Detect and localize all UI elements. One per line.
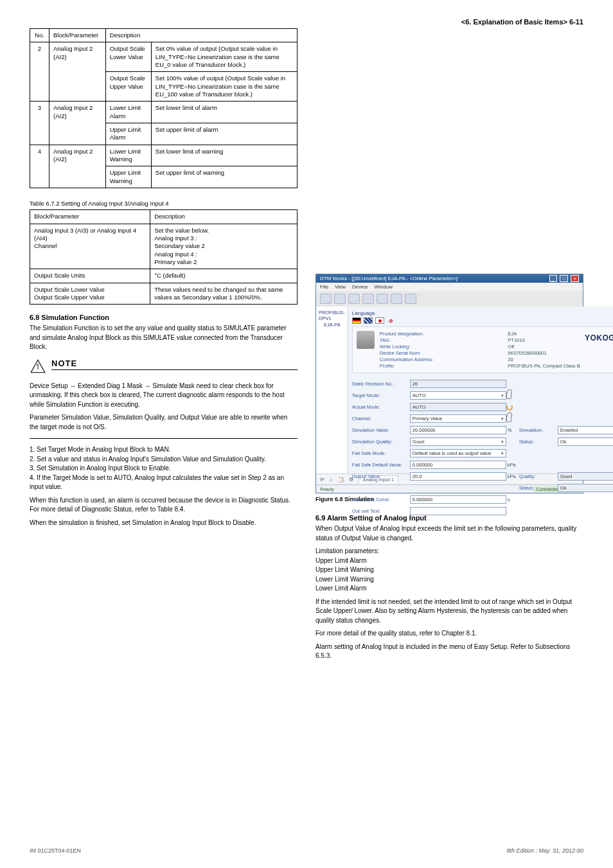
abort-icon[interactable]: ⊘ [387,317,396,324]
chapter-header: <6. Explanation of Basic Items> 6-11 [461,18,583,26]
page-footer: IM 01C25T04-01EN 8th Edition : May. 31, … [0,847,613,854]
section-6-9-p1: When Output Value of Analog Input exceed… [315,524,583,543]
window-controls: _ □ × [548,276,579,281]
toolbar-print-btn[interactable] [405,294,416,304]
close-icon[interactable]: × [571,275,579,282]
cell-no: 3 [30,102,49,145]
language-label: Language [352,310,613,316]
lbl-out-unit: Out unit Text: [352,508,410,514]
cell-desc: Set 100% value of output (Output Scale v… [151,72,297,102]
device-tree: PROFIBUS-DPV1 EJA-PA [316,306,348,474]
unit: kPa [506,474,519,479]
th-desc: Description [105,29,297,42]
out-unit-input[interactable] [410,507,506,515]
unit: s [506,497,519,502]
tree-root[interactable]: PROFIBUS-DPV1 [319,310,345,321]
section-6-9-p5: Alarm setting of Analog Input is include… [315,642,583,661]
cell-param: Output Scale Lower Value [105,42,151,72]
maximize-icon[interactable]: □ [560,275,568,282]
table-6-7-2-title: Table 6.7.2 Setting of Analog Input 3/An… [30,200,298,207]
failsafe-mode-select[interactable]: Default value is used as output value [410,449,506,457]
th-no: No. [30,29,49,42]
simulation-select[interactable]: Enabled [558,426,613,434]
lbl-static-rev: Static Revision No.: [352,381,410,387]
menu-device[interactable]: Device [352,284,368,290]
tab-icon[interactable]: ⟳ [320,477,324,483]
window-titlebar: DTM Works - [[20:Undefined] EJA-PA - <On… [316,274,583,283]
cell-block: Analog Input 2 (AI2) [49,145,106,188]
yokogawa-logo: YOKOGAWA ◆ [585,332,613,342]
cell-no: 2 [30,42,49,102]
toolbar-btn[interactable] [362,294,374,304]
cell-block: Analog Input 2 (AI2) [49,102,106,145]
toolbar-btn[interactable] [377,294,388,304]
section-6-8-steps: 1. Set Target Mode in Analog Input Block… [30,445,298,492]
static-rev-value: 26 [410,380,506,388]
tab-icon[interactable]: ⌂ [330,477,333,483]
menu-window[interactable]: Window [375,284,393,290]
menu-file[interactable]: File [320,284,328,290]
refresh-icon[interactable] [506,404,513,411]
toolbar-btn[interactable] [320,294,332,304]
toolbar [316,291,583,306]
section-6-9-p3: If the intended limit is not needed, set… [315,598,583,626]
flag-jp-icon[interactable] [375,317,384,324]
cell-block: Analog Input 3 (AI3) or Analog Input 4 (… [30,224,150,269]
cell-desc: Set lower limit of warning [151,145,297,166]
status-select[interactable]: Ok [558,438,613,446]
sim-quality-select[interactable]: Good [410,438,506,446]
cell-no: 4 [30,145,49,188]
section-6-8-intro: The Simulation Function is to set the an… [30,324,298,352]
th-desc: Description [150,210,298,224]
device-icon [357,331,375,349]
minimize-icon[interactable]: _ [549,275,557,282]
table-6-7-1-continued: No. Block/Parameter Description 2 Analog… [30,28,298,188]
flag-de-icon[interactable] [352,317,361,324]
target-mode-select[interactable]: AUTO [410,391,506,400]
cell-param: Output Scale Upper Value [105,72,151,102]
lbl-failsafe-default: Fail Safe Default Value: [352,462,410,468]
footer-edition: 8th Edition : May. 31, 2012-00 [507,847,583,854]
section-6-9-p2: Limitation parameters: Upper Limit Alarm… [315,547,583,594]
tree-device[interactable]: EJA-PA [324,322,345,328]
hdr-key: Communication Address: [380,357,499,362]
parameter-form: Static Revision No.: 26 Target Mode: AUT… [352,380,613,515]
right-column: DTM Works - [[20:Undefined] EJA-PA - <On… [315,28,583,665]
toolbar-btn[interactable] [334,294,346,304]
lock-icon [506,416,511,422]
table-6-7-2: Block/Parameter Description Analog Input… [30,209,298,305]
dtm-main-panel: Language ⊘ Product designation:EJA TAG:P [348,306,613,474]
cell-block: Output Scale Lower Value Output Scale Up… [30,283,150,305]
lbl-sim-value: Simulation Value: [352,427,410,433]
lbl-output-value: Output Value: [352,474,410,479]
hdr-val: PROFIBUS-PA, Compact Class B [508,363,613,369]
tab-icon[interactable]: 📋 [338,477,344,483]
menu-view[interactable]: View [335,284,346,290]
sim-value-input[interactable]: 20.000000 [410,426,506,434]
ready-label: Ready [320,486,334,492]
section-6-8-p4: When the simulation is finished, set Sim… [30,518,298,528]
left-column: No. Block/Parameter Description 2 Analog… [30,28,298,665]
status2-value: Ok [558,484,613,492]
toolbar-btn[interactable] [391,294,402,304]
actual-mode-value: AUTO [410,403,506,411]
unit: % [506,427,519,433]
th-block: Block/Parameter [30,210,150,224]
flag-gb-icon[interactable] [364,317,373,324]
note-heading: NOTE [51,359,298,370]
hdr-val: 20 [508,357,613,362]
filter-time-input[interactable]: 0.000000 [410,495,506,504]
hdr-val: Off [508,344,613,350]
hdr-key: Write Locking: [380,344,499,350]
cell-desc: These values need to be changed so that … [150,283,298,305]
lbl-target-mode: Target Mode: [352,393,410,398]
failsafe-default-input[interactable]: 0.000000 [410,461,506,469]
cell-desc: Set upper limit of warning [151,166,297,188]
cell-desc: °C (default) [150,269,298,283]
channel-select[interactable]: Primary Value [410,414,506,423]
output-value-input[interactable]: 20.0 [410,472,506,481]
lbl-channel: Channel: [352,416,410,421]
footer-doc-id: IM 01C25T04-01EN [30,847,81,854]
hdr-key: Device Serial Num: [380,350,499,356]
toolbar-btn[interactable] [348,294,360,304]
